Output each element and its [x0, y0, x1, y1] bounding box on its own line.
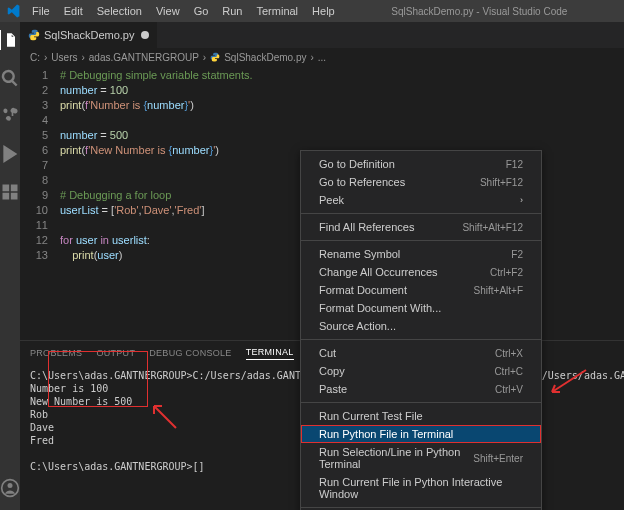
breadcrumb-part[interactable]: adas.GANTNERGROUP — [89, 52, 199, 63]
source-control-icon[interactable] — [0, 106, 20, 126]
line-numbers: 12345678910111213 — [20, 68, 60, 340]
window-title: SqlShackDemo.py - Visual Studio Code — [341, 6, 618, 17]
tab-dirty-indicator-icon — [141, 31, 149, 39]
ctx-peek[interactable]: Peek› — [301, 191, 541, 209]
breadcrumb-part[interactable]: C: — [30, 52, 40, 63]
ctx-find-all-references[interactable]: Find All ReferencesShift+Alt+F12 — [301, 218, 541, 236]
panel-tab-debug-console[interactable]: DEBUG CONSOLE — [149, 348, 231, 358]
ctx-format-document[interactable]: Format DocumentShift+Alt+F — [301, 281, 541, 299]
activity-bar — [0, 22, 20, 510]
ctx-run-current-test-file[interactable]: Run Current Test File — [301, 407, 541, 425]
breadcrumbs[interactable]: C:›Users›adas.GANTNERGROUP›SqlShackDemo.… — [20, 48, 624, 66]
ctx-rename-symbol[interactable]: Rename SymbolF2 — [301, 245, 541, 263]
menu-help[interactable]: Help — [306, 3, 341, 19]
vscode-logo-icon — [6, 4, 20, 18]
ctx-run-current-file-in-python-interactive-window[interactable]: Run Current File in Python Interactive W… — [301, 473, 541, 503]
menu-run[interactable]: Run — [216, 3, 248, 19]
ctx-go-to-definition[interactable]: Go to DefinitionF12 — [301, 155, 541, 173]
ctx-format-document-with[interactable]: Format Document With... — [301, 299, 541, 317]
account-icon[interactable] — [0, 478, 20, 498]
panel-tab-terminal[interactable]: TERMINAL — [246, 347, 294, 360]
menu-terminal[interactable]: Terminal — [251, 3, 305, 19]
editor-tabs: SqlShackDemo.py — [20, 22, 624, 48]
menu-selection[interactable]: Selection — [91, 3, 148, 19]
panel-tab-problems[interactable]: PROBLEMS — [30, 348, 82, 358]
extensions-icon[interactable] — [0, 182, 20, 202]
python-file-icon — [28, 29, 40, 41]
menu-file[interactable]: File — [26, 3, 56, 19]
editor-tab[interactable]: SqlShackDemo.py — [20, 22, 158, 48]
breadcrumb-part[interactable]: Users — [51, 52, 77, 63]
ctx-cut[interactable]: CutCtrl+X — [301, 344, 541, 362]
ctx-copy[interactable]: CopyCtrl+C — [301, 362, 541, 380]
menu-go[interactable]: Go — [188, 3, 215, 19]
ctx-source-action[interactable]: Source Action... — [301, 317, 541, 335]
ctx-run-selection-line-in-python-terminal[interactable]: Run Selection/Line in Python TerminalShi… — [301, 443, 541, 473]
chevron-right-icon: › — [520, 195, 523, 205]
files-icon[interactable] — [0, 30, 19, 50]
python-file-icon — [210, 52, 220, 62]
tab-filename: SqlShackDemo.py — [44, 29, 135, 41]
breadcrumb-part[interactable]: ... — [318, 52, 326, 63]
ctx-go-to-references[interactable]: Go to ReferencesShift+F12 — [301, 173, 541, 191]
debug-icon[interactable] — [0, 144, 20, 164]
context-menu: Go to DefinitionF12Go to ReferencesShift… — [300, 150, 542, 510]
search-icon[interactable] — [0, 68, 20, 88]
ctx-paste[interactable]: PasteCtrl+V — [301, 380, 541, 398]
svg-point-1 — [8, 483, 13, 488]
menu-edit[interactable]: Edit — [58, 3, 89, 19]
panel-tab-output[interactable]: OUTPUT — [96, 348, 135, 358]
menu-bar: FileEditSelectionViewGoRunTerminalHelp — [26, 3, 341, 19]
title-bar: FileEditSelectionViewGoRunTerminalHelp S… — [0, 0, 624, 22]
ctx-run-python-file-in-terminal[interactable]: Run Python File in Terminal — [301, 425, 541, 443]
menu-view[interactable]: View — [150, 3, 186, 19]
breadcrumb-part[interactable]: SqlShackDemo.py — [224, 52, 306, 63]
ctx-change-all-occurrences[interactable]: Change All OccurrencesCtrl+F2 — [301, 263, 541, 281]
